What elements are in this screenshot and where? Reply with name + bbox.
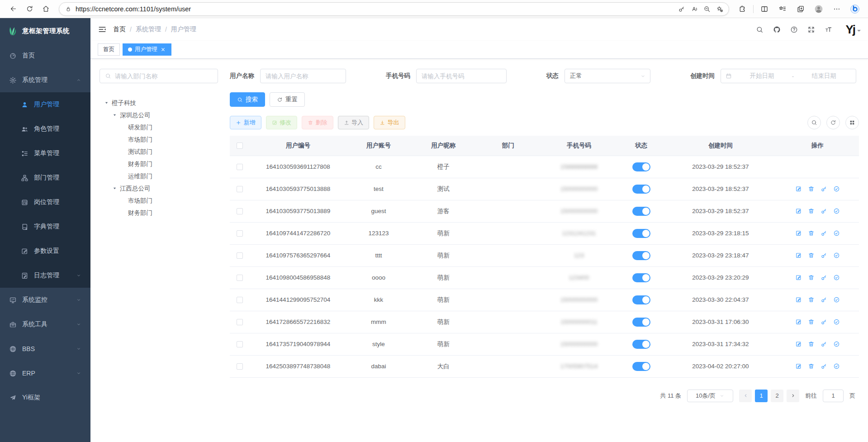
favorites-bar-button[interactable] [775, 2, 790, 16]
grid-circle-button[interactable] [845, 116, 859, 129]
delete-button[interactable]: 删除 [302, 116, 333, 129]
row-checkbox[interactable] [237, 341, 243, 347]
tree-node[interactable]: 研发部门 [100, 121, 218, 133]
favorite-add-button[interactable] [713, 3, 726, 15]
page-size-select[interactable]: 10条/页 [687, 390, 733, 402]
status-toggle[interactable] [632, 273, 650, 282]
check-circle-icon[interactable] [833, 296, 840, 303]
row-checkbox[interactable] [237, 363, 243, 370]
reset-button[interactable]: 重置 [270, 92, 305, 107]
import-button[interactable]: 导入 [338, 116, 370, 129]
more-button[interactable] [829, 2, 844, 16]
add-button[interactable]: 新增 [230, 116, 261, 129]
delete-icon[interactable] [808, 363, 815, 370]
url-text[interactable]: https://ccnetcore.com:1101/system/user [76, 5, 671, 13]
tree-node[interactable]: 市场部门 [100, 133, 218, 146]
page-button-2[interactable]: 2 [771, 390, 783, 402]
back-button[interactable] [5, 2, 21, 16]
tree-node[interactable]: 财务部门 [100, 207, 218, 219]
key-icon[interactable] [821, 363, 827, 370]
sidebar-item-3[interactable]: 角色管理 [0, 117, 90, 141]
delete-icon[interactable] [808, 274, 815, 281]
row-checkbox[interactable] [237, 230, 243, 237]
refresh-button[interactable] [22, 2, 37, 16]
delete-icon[interactable] [808, 318, 815, 325]
check-circle-icon[interactable] [833, 230, 840, 237]
read-aloud-button[interactable] [688, 3, 701, 15]
check-circle-icon[interactable] [833, 252, 840, 259]
date-range-picker[interactable]: 开始日期 - 结束日期 [721, 69, 856, 83]
text-size-icon[interactable] [825, 26, 832, 33]
tree-node[interactable]: 市场部门 [100, 195, 218, 207]
delete-icon[interactable] [808, 252, 815, 259]
status-toggle[interactable] [632, 251, 650, 260]
status-toggle[interactable] [632, 318, 650, 327]
row-checkbox[interactable] [237, 186, 243, 192]
status-toggle[interactable] [632, 162, 650, 171]
edit-icon[interactable] [795, 341, 802, 347]
prev-page-button[interactable] [739, 390, 752, 402]
status-toggle[interactable] [632, 229, 650, 238]
tree-node[interactable]: 江西总公司 [100, 182, 218, 195]
delete-icon[interactable] [808, 296, 815, 303]
sidebar-item-13[interactable]: ERP [0, 361, 90, 385]
key-icon[interactable] [821, 296, 827, 303]
edit-icon[interactable] [795, 185, 802, 192]
zoom-out-button[interactable] [701, 3, 713, 15]
breadcrumb-item[interactable]: 首页 [113, 25, 126, 33]
key-icon[interactable] [821, 252, 827, 259]
row-checkbox[interactable] [237, 208, 243, 214]
status-toggle[interactable] [632, 362, 650, 371]
collections-button[interactable] [793, 2, 808, 16]
breadcrumb-item[interactable]: 系统管理 [136, 25, 161, 33]
sidebar-item-4[interactable]: 菜单管理 [0, 141, 90, 166]
status-toggle[interactable] [632, 207, 650, 216]
delete-icon[interactable] [808, 341, 815, 347]
department-search-input[interactable] [115, 73, 213, 80]
hamburger-icon[interactable] [98, 25, 107, 34]
tree-node[interactable]: 深圳总公司 [100, 109, 218, 121]
edit-icon[interactable] [795, 230, 802, 237]
question-icon[interactable] [790, 26, 798, 33]
next-page-button[interactable] [787, 390, 799, 402]
home-button[interactable] [38, 2, 53, 16]
status-toggle[interactable] [632, 340, 650, 349]
sidebar-item-2[interactable]: 用户管理 [0, 92, 90, 117]
tree-node[interactable]: 财务部门 [100, 158, 218, 170]
check-circle-icon[interactable] [833, 363, 840, 370]
key-icon[interactable] [821, 208, 827, 214]
row-checkbox[interactable] [237, 164, 243, 170]
check-circle-icon[interactable] [833, 318, 840, 325]
select-all-checkbox[interactable] [237, 143, 243, 149]
edit-icon[interactable] [795, 208, 802, 214]
key-icon[interactable] [821, 274, 827, 281]
status-toggle[interactable] [632, 295, 650, 304]
refresh-circle-button[interactable] [826, 116, 840, 129]
sidebar-item-12[interactable]: BBS [0, 337, 90, 361]
username-input[interactable] [260, 69, 346, 83]
tab-1[interactable]: 用户管理 [123, 43, 171, 56]
tree-node[interactable]: 测试部门 [100, 146, 218, 158]
delete-icon[interactable] [808, 230, 815, 237]
tree-node[interactable]: 运维部门 [100, 170, 218, 182]
edit-button[interactable]: 修改 [266, 116, 298, 129]
key-button[interactable] [675, 3, 688, 15]
sidebar-item-6[interactable]: 岗位管理 [0, 190, 90, 214]
edit-icon[interactable] [795, 296, 802, 303]
search-circle-button[interactable] [807, 116, 821, 129]
key-icon[interactable] [821, 230, 827, 237]
status-select[interactable]: 正常 [564, 69, 650, 83]
page-button-1[interactable]: 1 [755, 390, 768, 402]
close-icon[interactable] [160, 47, 166, 52]
row-checkbox[interactable] [237, 275, 243, 281]
address-bar[interactable]: https://ccnetcore.com:1101/system/user [59, 2, 729, 16]
sidebar-item-8[interactable]: 参数设置 [0, 239, 90, 263]
edit-icon[interactable] [795, 363, 802, 370]
split-screen-button[interactable] [757, 2, 772, 16]
extensions-button[interactable] [735, 2, 750, 16]
row-checkbox[interactable] [237, 297, 243, 303]
sidebar-item-1[interactable]: 系统管理 [0, 68, 90, 92]
sidebar-item-9[interactable]: 日志管理 [0, 263, 90, 288]
sidebar-item-0[interactable]: 首页 [0, 43, 90, 68]
fullscreen-icon[interactable] [807, 26, 815, 33]
